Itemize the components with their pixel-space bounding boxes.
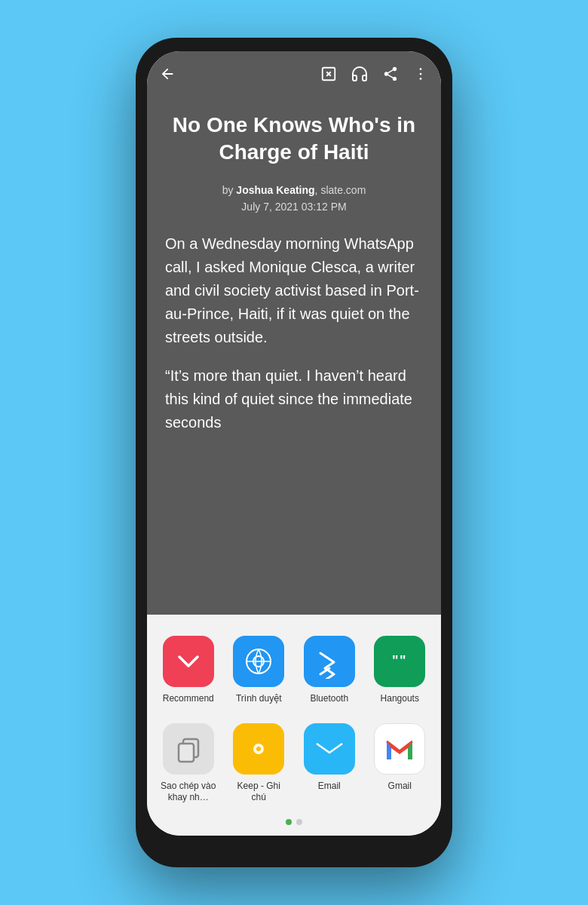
app-browser[interactable]: Trình duyệt (224, 627, 295, 714)
app-bluetooth-label: Bluetooth (310, 693, 348, 705)
article-paragraph-2: “It’s more than quiet. I haven’t heard t… (165, 364, 423, 434)
pocket-icon (163, 636, 214, 687)
app-hangouts[interactable]: " " Hangouts (365, 627, 436, 714)
article-date: July 7, 2021 03:12 PM (241, 201, 346, 213)
article-meta: by Joshua Keating, slate.com July 7, 202… (165, 182, 423, 216)
app-keep[interactable]: Keep - Ghi chú (224, 714, 295, 813)
app-gmail[interactable]: Gmail (365, 714, 436, 813)
svg-point-13 (256, 747, 261, 751)
gmail-icon (374, 723, 425, 775)
top-bar-actions (320, 65, 429, 83)
headphones-icon[interactable] (351, 65, 369, 83)
article-paragraph-1: On a Wednesday morning WhatsApp call, I … (165, 232, 423, 349)
back-button[interactable] (159, 66, 176, 82)
more-options-icon[interactable] (412, 66, 429, 82)
app-email-label: Email (318, 781, 341, 793)
svg-text:": " (400, 653, 406, 668)
article-author: Joshua Keating (236, 184, 314, 196)
hangouts-icon: " " (374, 636, 425, 687)
svg-point-1 (420, 68, 422, 70)
svg-rect-14 (317, 741, 342, 759)
app-browser-label: Trình duyệt (236, 693, 282, 705)
share-icon[interactable] (382, 66, 399, 82)
bluetooth-icon (304, 636, 355, 687)
app-recommend-label: Recommend (163, 693, 214, 705)
article-area: No One Knows Who's in Charge of Haiti by… (147, 97, 441, 615)
app-copy[interactable]: Sao chép vào khay nh… (153, 714, 224, 813)
app-gmail-label: Gmail (388, 781, 412, 793)
dot-1 (286, 819, 292, 825)
apps-grid: Recommend Trình duyệt (147, 627, 441, 813)
svg-text:": " (392, 653, 399, 668)
top-bar (147, 51, 441, 97)
app-bluetooth[interactable]: Bluetooth (294, 627, 365, 714)
copy-icon (163, 723, 214, 775)
svg-rect-10 (179, 744, 194, 762)
phone-frame: No One Knows Who's in Charge of Haiti by… (136, 38, 452, 867)
browser-icon (233, 636, 284, 687)
article-title: No One Knows Who's in Charge of Haiti (165, 112, 423, 167)
svg-point-2 (420, 73, 422, 75)
app-email[interactable]: Email (294, 714, 365, 813)
svg-point-3 (420, 78, 422, 80)
app-copy-label: Sao chép vào khay nh… (158, 781, 219, 804)
keep-icon (233, 723, 284, 775)
dots-indicator (147, 813, 441, 828)
article-source: slate.com (320, 184, 366, 196)
app-recommend[interactable]: Recommend (153, 627, 224, 714)
email-icon (304, 723, 355, 775)
app-keep-label: Keep - Ghi chú (228, 781, 289, 804)
article-by: by (222, 184, 234, 196)
article-body: On a Wednesday morning WhatsApp call, I … (165, 232, 423, 434)
screen: No One Knows Who's in Charge of Haiti by… (147, 51, 441, 836)
share-sheet: Recommend Trình duyệt (147, 615, 441, 836)
dot-2 (296, 819, 302, 825)
bookmark-icon[interactable] (320, 66, 337, 82)
app-hangouts-label: Hangouts (381, 693, 419, 705)
